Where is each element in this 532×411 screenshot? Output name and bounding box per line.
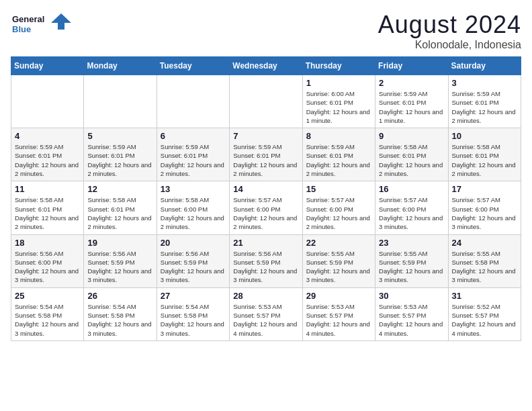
day-number: 15 [306,184,371,194]
day-number: 25 [15,291,80,301]
day-info: Sunrise: 5:59 AM Sunset: 6:01 PM Dayligh… [161,142,226,178]
day-number: 18 [15,238,80,248]
weekday-header-friday: Friday [375,57,448,75]
day-number: 21 [233,238,298,248]
day-info: Sunrise: 5:58 AM Sunset: 6:01 PM Dayligh… [87,195,152,231]
day-number: 3 [452,78,517,88]
day-info: Sunrise: 5:59 AM Sunset: 6:01 PM Dayligh… [452,89,517,125]
weekday-header-monday: Monday [84,57,157,75]
calendar-cell [84,75,157,128]
day-number: 7 [233,131,298,141]
calendar-cell: 20Sunrise: 5:56 AM Sunset: 5:59 PM Dayli… [157,234,229,287]
day-info: Sunrise: 5:59 AM Sunset: 6:01 PM Dayligh… [15,142,80,178]
day-info: Sunrise: 5:55 AM Sunset: 5:59 PM Dayligh… [379,249,444,285]
calendar-cell: 7Sunrise: 5:59 AM Sunset: 6:01 PM Daylig… [230,128,302,181]
day-info: Sunrise: 5:55 AM Sunset: 5:58 PM Dayligh… [452,249,517,285]
day-number: 29 [306,291,371,301]
svg-marker-1 [51,13,71,30]
calendar-cell: 23Sunrise: 5:55 AM Sunset: 5:59 PM Dayli… [375,234,448,287]
calendar-cell: 8Sunrise: 5:59 AM Sunset: 6:01 PM Daylig… [302,128,375,181]
calendar-cell: 10Sunrise: 5:58 AM Sunset: 6:01 PM Dayli… [448,128,521,181]
weekday-header-sunday: Sunday [11,57,84,75]
day-info: Sunrise: 5:53 AM Sunset: 5:57 PM Dayligh… [306,302,371,338]
day-info: Sunrise: 5:57 AM Sunset: 6:00 PM Dayligh… [233,195,298,231]
day-number: 20 [161,238,226,248]
day-info: Sunrise: 5:57 AM Sunset: 6:00 PM Dayligh… [379,195,444,231]
calendar-cell: 11Sunrise: 5:58 AM Sunset: 6:01 PM Dayli… [11,181,84,234]
calendar-cell: 14Sunrise: 5:57 AM Sunset: 6:00 PM Dayli… [230,181,302,234]
calendar-cell: 25Sunrise: 5:54 AM Sunset: 5:58 PM Dayli… [11,287,84,340]
calendar-cell: 18Sunrise: 5:56 AM Sunset: 6:00 PM Dayli… [11,234,84,287]
day-info: Sunrise: 5:54 AM Sunset: 5:58 PM Dayligh… [87,302,152,338]
calendar-cell: 16Sunrise: 5:57 AM Sunset: 6:00 PM Dayli… [375,181,448,234]
calendar-cell [157,75,229,128]
day-info: Sunrise: 5:58 AM Sunset: 6:01 PM Dayligh… [15,195,80,231]
day-info: Sunrise: 5:56 AM Sunset: 5:59 PM Dayligh… [233,249,298,285]
day-number: 9 [379,131,444,141]
day-info: Sunrise: 5:59 AM Sunset: 6:01 PM Dayligh… [87,142,152,178]
day-number: 2 [379,78,444,88]
weekday-header-wednesday: Wednesday [230,57,302,75]
calendar-cell: 24Sunrise: 5:55 AM Sunset: 5:58 PM Dayli… [448,234,521,287]
day-number: 26 [87,291,152,301]
day-number: 10 [452,131,517,141]
week-row-4: 18Sunrise: 5:56 AM Sunset: 6:00 PM Dayli… [11,234,521,287]
weekday-header-saturday: Saturday [448,57,521,75]
calendar-cell: 12Sunrise: 5:58 AM Sunset: 6:01 PM Dayli… [84,181,157,234]
day-number: 28 [233,291,298,301]
calendar-cell: 22Sunrise: 5:55 AM Sunset: 5:59 PM Dayli… [302,234,375,287]
day-number: 27 [161,291,226,301]
calendar-cell: 19Sunrise: 5:56 AM Sunset: 5:59 PM Dayli… [84,234,157,287]
calendar-cell [230,75,302,128]
calendar-cell: 3Sunrise: 5:59 AM Sunset: 6:01 PM Daylig… [448,75,521,128]
day-info: Sunrise: 5:53 AM Sunset: 5:57 PM Dayligh… [379,302,444,338]
day-info: Sunrise: 6:00 AM Sunset: 6:01 PM Dayligh… [306,89,371,125]
day-number: 30 [379,291,444,301]
day-number: 19 [87,238,152,248]
calendar: SundayMondayTuesdayWednesdayThursdayFrid… [11,56,521,341]
day-info: Sunrise: 5:56 AM Sunset: 6:00 PM Dayligh… [15,249,80,285]
calendar-cell: 13Sunrise: 5:58 AM Sunset: 6:00 PM Dayli… [157,181,229,234]
weekday-header-row: SundayMondayTuesdayWednesdayThursdayFrid… [11,57,521,75]
day-number: 12 [87,184,152,194]
weekday-header-thursday: Thursday [302,57,375,75]
day-number: 23 [379,238,444,248]
day-number: 31 [452,291,517,301]
calendar-cell: 28Sunrise: 5:53 AM Sunset: 5:57 PM Dayli… [230,287,302,340]
calendar-cell: 31Sunrise: 5:52 AM Sunset: 5:57 PM Dayli… [448,287,521,340]
day-info: Sunrise: 5:59 AM Sunset: 6:01 PM Dayligh… [379,89,444,125]
weekday-header-tuesday: Tuesday [157,57,229,75]
day-number: 24 [452,238,517,248]
day-number: 14 [233,184,298,194]
day-info: Sunrise: 5:59 AM Sunset: 6:01 PM Dayligh… [233,142,298,178]
logo-svg: General Blue [11,11,71,38]
page-header: General Blue August 2024 Kolonodale, Ind… [11,11,521,51]
day-info: Sunrise: 5:54 AM Sunset: 5:58 PM Dayligh… [15,302,80,338]
calendar-cell: 4Sunrise: 5:59 AM Sunset: 6:01 PM Daylig… [11,128,84,181]
day-info: Sunrise: 5:58 AM Sunset: 6:00 PM Dayligh… [161,195,226,231]
day-info: Sunrise: 5:58 AM Sunset: 6:01 PM Dayligh… [379,142,444,178]
week-row-1: 1Sunrise: 6:00 AM Sunset: 6:01 PM Daylig… [11,75,521,128]
day-info: Sunrise: 5:53 AM Sunset: 5:57 PM Dayligh… [233,302,298,338]
day-number: 4 [15,131,80,141]
calendar-cell: 9Sunrise: 5:58 AM Sunset: 6:01 PM Daylig… [375,128,448,181]
day-info: Sunrise: 5:56 AM Sunset: 5:59 PM Dayligh… [87,249,152,285]
day-number: 1 [306,78,371,88]
day-number: 22 [306,238,371,248]
day-number: 11 [15,184,80,194]
day-info: Sunrise: 5:55 AM Sunset: 5:59 PM Dayligh… [306,249,371,285]
calendar-cell: 1Sunrise: 6:00 AM Sunset: 6:01 PM Daylig… [302,75,375,128]
week-row-3: 11Sunrise: 5:58 AM Sunset: 6:01 PM Dayli… [11,181,521,234]
calendar-cell: 27Sunrise: 5:54 AM Sunset: 5:58 PM Dayli… [157,287,229,340]
day-info: Sunrise: 5:57 AM Sunset: 6:00 PM Dayligh… [306,195,371,231]
calendar-cell [11,75,84,128]
day-info: Sunrise: 5:56 AM Sunset: 5:59 PM Dayligh… [161,249,226,285]
calendar-cell: 17Sunrise: 5:57 AM Sunset: 6:00 PM Dayli… [448,181,521,234]
calendar-cell: 6Sunrise: 5:59 AM Sunset: 6:01 PM Daylig… [157,128,229,181]
day-number: 17 [452,184,517,194]
day-info: Sunrise: 5:52 AM Sunset: 5:57 PM Dayligh… [452,302,517,338]
svg-text:Blue: Blue [12,24,31,34]
day-info: Sunrise: 5:54 AM Sunset: 5:58 PM Dayligh… [161,302,226,338]
logo: General Blue [11,11,71,38]
calendar-cell: 26Sunrise: 5:54 AM Sunset: 5:58 PM Dayli… [84,287,157,340]
